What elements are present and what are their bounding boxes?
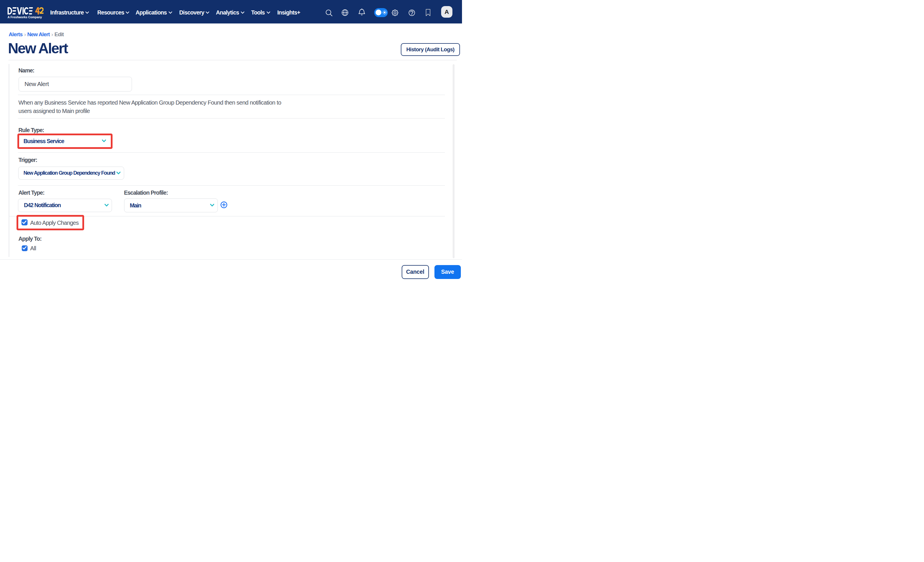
svg-text:A Freshworks Company: A Freshworks Company	[8, 16, 42, 19]
